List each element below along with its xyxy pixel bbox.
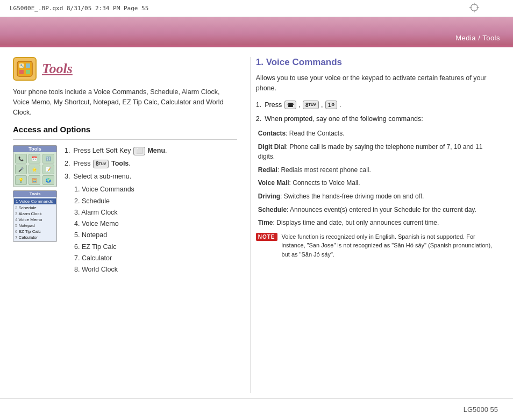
- icon-cell: 🎤: [15, 165, 27, 174]
- svg-rect-8: [19, 70, 24, 74]
- icon-cell: ⭐: [28, 165, 40, 174]
- cmd-schedule-term: Schedule: [258, 206, 287, 213]
- sub-menu-item-7: 7. Calculator: [74, 253, 167, 264]
- step-3-text: Select a sub-menu.: [73, 171, 131, 182]
- icon-cell: 📅: [28, 154, 40, 163]
- icon-cell: 📝: [42, 165, 54, 174]
- access-heading: Access and Options: [13, 125, 237, 134]
- screen-box-1: Tools 📞 📅 🔢 🎤 ⭐ 📝 💡 🧮 🌍: [13, 145, 57, 187]
- screen1-grid: 📞 📅 🔢 🎤 ⭐ 📝 💡 🧮 🌍: [13, 152, 56, 187]
- cmd-contacts-desc: : Read the Contacts.: [286, 130, 344, 137]
- menu-label: Menu: [147, 147, 165, 154]
- sub-menu-item-3: 3. Alarm Clock: [74, 207, 167, 218]
- icon-cell: 📞: [15, 154, 27, 163]
- key-8: 8TUV: [93, 160, 109, 168]
- svg-text:🔧: 🔧: [20, 63, 25, 68]
- step-2-num: 2.: [65, 158, 70, 169]
- cmd-voicemail-term: Voice Mail: [258, 179, 289, 187]
- key-1: 1⚙: [325, 101, 337, 109]
- main-content: 🔧 Tools Your phone tools include a Voice…: [0, 47, 513, 398]
- header-band: Media / Tools: [0, 17, 513, 45]
- header-title: Media / Tools: [455, 34, 500, 42]
- access-divider: [13, 139, 237, 140]
- voice-commands-heading: 1. Voice Commands: [256, 57, 500, 68]
- cmd-driving-term: Driving: [258, 193, 280, 200]
- cmd-driving: Driving: Switches the hands-free driving…: [258, 191, 500, 202]
- sub-menu-item-6: 6. EZ Tip Calc: [74, 241, 167, 253]
- screen2-item: 4 Voice Memo: [13, 217, 56, 223]
- vc-intro: Allows you to use your voice or the keyp…: [256, 73, 500, 94]
- screen2-item: 7 Calculator: [13, 234, 56, 240]
- svg-rect-7: [26, 63, 30, 68]
- intro-text: Your phone tools include a Voice Command…: [13, 87, 237, 117]
- screen2-title: Tools: [13, 191, 56, 197]
- step-1-text: Press Left Soft Key ⬜ Menu.: [73, 145, 167, 156]
- svg-point-0: [471, 4, 478, 11]
- sub-menu-item-8: 8. World Clock: [74, 264, 167, 275]
- top-bar: LG5000E_.BP.qxd 8/31/05 2:34 PM Page 55: [0, 0, 513, 17]
- phone-screens: Tools 📞 📅 🔢 🎤 ⭐ 📝 💡 🧮 🌍: [13, 145, 57, 242]
- cmd-time-term: Time: [258, 219, 273, 226]
- vc-step-2-num: 2.: [256, 114, 261, 124]
- screen2-item-highlight: 1 Voice Commands: [14, 198, 56, 204]
- screen2-item: 3 Alarm Clock: [13, 211, 56, 217]
- sub-menu-item-4: 4. Voice Memo: [74, 218, 167, 230]
- key-8tuv: 8TUV: [303, 101, 319, 109]
- sub-menu-list: 1. Voice Commands 2. Schedule 3. Alarm C…: [74, 184, 167, 275]
- cmd-contacts-term: Contacts: [258, 130, 286, 137]
- step-1-num: 1.: [65, 145, 70, 156]
- screen-box-2: Tools 1 Voice Commands 2 Schedule 3 Alar…: [13, 190, 57, 242]
- screen2-item: 6 EZ Tip Calc: [13, 229, 56, 234]
- tools-label: Tools: [111, 160, 129, 167]
- cmd-voicemail: Voice Mail: Connects to Voice Mail.: [258, 178, 500, 188]
- note-label: NOTE: [256, 233, 277, 241]
- icon-cell: 🔢: [42, 154, 54, 163]
- top-bar-text: LG5000E_.BP.qxd 8/31/05 2:34 PM Page 55: [10, 5, 148, 12]
- left-soft-key: ⬜: [133, 147, 145, 155]
- tools-heading: 🔧 Tools: [13, 57, 237, 81]
- key-phone: ☎: [284, 101, 296, 109]
- vc-step-1-text: Press ☎ , 8TUV , 1⚙ .: [265, 100, 341, 110]
- note-box: NOTE Voice function is recognized only i…: [256, 232, 500, 259]
- step-3-num: 3.: [65, 171, 70, 182]
- cmd-redial: Redial: Redials most recent phone call.: [258, 165, 500, 175]
- bottom-bar: LG5000 55: [0, 398, 513, 420]
- svg-rect-9: [26, 70, 30, 74]
- vc-commands: Contacts: Read the Contacts. Digit Dial:…: [258, 129, 500, 228]
- top-crosshair: [469, 2, 481, 14]
- steps-list: 1. Press Left Soft Key ⬜ Menu. 2. Press …: [65, 145, 167, 275]
- cmd-redial-term: Redial: [258, 166, 277, 174]
- sub-menu-item-2: 2. Schedule: [74, 196, 167, 207]
- footer-text: LG5000 55: [464, 405, 498, 414]
- tools-title: Tools: [42, 61, 73, 77]
- step-1: 1. Press Left Soft Key ⬜ Menu.: [65, 145, 167, 156]
- screen2-item: 2 Schedule: [13, 205, 56, 211]
- note-text: Voice function is recognized only in Eng…: [282, 232, 500, 259]
- cmd-contacts: Contacts: Read the Contacts.: [258, 129, 500, 139]
- sub-menu-item-5: 5. Notepad: [74, 230, 167, 241]
- vc-step-2: 2. When prompted, say one of the followi…: [256, 114, 500, 124]
- cmd-time-desc: : Displays time and date, but only annou…: [273, 219, 439, 226]
- icon-cell: 💡: [15, 175, 27, 185]
- screen1-title: Tools: [13, 146, 56, 152]
- cmd-schedule: Schedule: Announces event(s) entered in …: [258, 205, 500, 215]
- left-column: 🔧 Tools Your phone tools include a Voice…: [13, 57, 237, 393]
- vc-step-1: 1. Press ☎ , 8TUV , 1⚙ .: [256, 100, 500, 110]
- step-2: 2. Press 8TUV Tools.: [65, 158, 167, 169]
- vc-step-1-num: 1.: [256, 100, 261, 110]
- cmd-digitdial-desc: : Phone call is made by saying the telep…: [258, 143, 483, 161]
- screen2-item: 5 Notepad: [13, 223, 56, 229]
- icon-cell: 🌍: [42, 175, 54, 185]
- step-3: 3. Select a sub-menu.: [65, 171, 167, 182]
- cmd-schedule-desc: : Announces event(s) entered in your Sch…: [287, 206, 476, 213]
- step-2-text: Press 8TUV Tools.: [73, 158, 130, 169]
- sub-menu-item-1: 1. Voice Commands: [74, 184, 167, 195]
- tools-icon: 🔧: [13, 57, 37, 81]
- cmd-redial-desc: : Redials most recent phone call.: [277, 166, 371, 174]
- cmd-digitdial-term: Digit Dial: [258, 143, 286, 151]
- cmd-digit-dial: Digit Dial: Phone call is made by saying…: [258, 142, 500, 162]
- cmd-voicemail-desc: : Connects to Voice Mail.: [289, 179, 360, 187]
- right-column: 1. Voice Commands Allows you to use your…: [250, 57, 500, 393]
- cmd-time: Time: Displays time and date, but only a…: [258, 218, 500, 228]
- icon-cell: 🧮: [28, 175, 40, 185]
